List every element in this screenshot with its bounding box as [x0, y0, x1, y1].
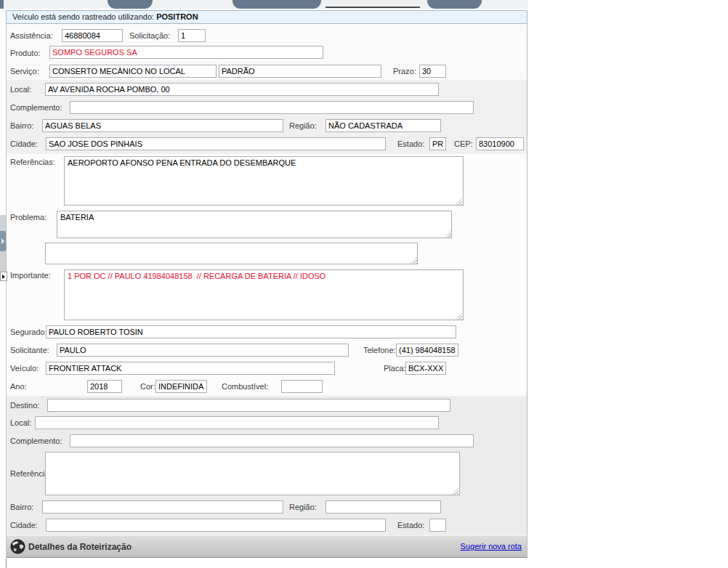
local-label: Local: [10, 85, 31, 94]
solicitacao-field[interactable] [178, 29, 206, 42]
servico-tipo-field[interactable] [219, 65, 381, 78]
problema-extra-textarea[interactable] [45, 243, 418, 264]
destino-regiao-field[interactable] [325, 500, 441, 514]
produto-field[interactable] [49, 46, 323, 59]
destino-bairro-field[interactable] [42, 500, 283, 514]
telefone-field[interactable] [396, 344, 458, 357]
placa-field[interactable] [405, 362, 446, 375]
expand-arrow-button[interactable] [0, 272, 7, 281]
placa-label: Placa: [384, 364, 406, 373]
arrow-right-icon [2, 275, 5, 279]
destino-complemento-field[interactable] [70, 434, 474, 447]
routing-details-title: Detalhes da Roteirização [28, 542, 132, 552]
prazo-label: Prazo: [393, 67, 416, 76]
cep-label: CEP: [454, 139, 473, 148]
top-toolbar [0, 0, 528, 9]
destino-referencia-textarea[interactable] [45, 452, 460, 495]
segurado-label: Segurado: [10, 328, 47, 336]
referencias-label: Referências: [10, 158, 55, 166]
ano-field[interactable] [87, 380, 122, 393]
problema-label: Problema: [10, 213, 46, 222]
complemento-field[interactable] [70, 101, 474, 114]
toolbar-button-3[interactable] [427, 0, 482, 9]
bairro-field[interactable] [42, 119, 283, 132]
importante-label: Importante: [10, 271, 51, 280]
tracking-banner-text: Veículo está sendo rastreado utilizando: [12, 12, 154, 21]
destino-regiao-label: Região: [289, 503, 317, 511]
importante-textarea[interactable]: 1 POR OC // PAULO 41984048158 // RECARGA… [64, 269, 464, 320]
cidade-field[interactable] [46, 137, 386, 150]
telefone-label: Telefone: [363, 346, 396, 354]
produto-label: Produto: [10, 49, 41, 57]
destino-complemento-label: Complemento: [10, 437, 62, 445]
cor-label: Cor: [140, 382, 155, 391]
combustivel-field[interactable] [281, 380, 323, 393]
complemento-label: Complemento: [10, 103, 62, 112]
tracking-banner: Veículo está sendo rastreado utilizando:… [6, 10, 527, 24]
bairro-label: Bairro: [10, 121, 33, 130]
cor-field[interactable] [155, 380, 207, 393]
solicitante-field[interactable] [57, 344, 349, 357]
destino-local-label: Local: [10, 418, 31, 427]
destino-cidade-field[interactable] [46, 519, 386, 532]
panel-collapse-tab[interactable] [0, 231, 6, 251]
ano-label: Ano: [10, 382, 27, 391]
solicitante-label: Solicitante: [10, 346, 49, 354]
toolbar-button-1[interactable] [108, 0, 153, 9]
regiao-field[interactable] [325, 119, 441, 132]
servico-label: Serviço: [10, 67, 39, 76]
destino-field[interactable] [47, 399, 450, 412]
veiculo-field[interactable] [46, 362, 335, 375]
toolbar-input-underline[interactable] [325, 7, 420, 8]
cidade-label: Cidade: [10, 139, 38, 148]
estado-field[interactable] [429, 137, 446, 150]
destino-cidade-label: Cidade: [10, 521, 38, 530]
assistencia-field[interactable] [62, 29, 123, 42]
routing-details-bar: Detalhes da Roteirização Sugerir nova ro… [6, 535, 527, 558]
servico-field[interactable] [49, 65, 217, 78]
prazo-field[interactable] [419, 65, 446, 78]
destino-label: Destino: [10, 401, 39, 410]
regiao-label: Região: [289, 121, 317, 130]
chevron-right-icon [1, 238, 4, 244]
local-field[interactable] [45, 83, 439, 96]
tracker-name: POSITRON [156, 12, 198, 21]
veiculo-label: Veículo: [10, 364, 39, 373]
destino-estado-field[interactable] [429, 519, 446, 532]
assistencia-label: Assistência: [10, 31, 53, 40]
problema-textarea[interactable]: BATERIA [57, 211, 452, 238]
suggest-new-route-link[interactable]: Sugerir nova rota [461, 542, 522, 551]
solicitacao-label: Solicitação: [129, 31, 170, 40]
globe-icon [10, 539, 25, 554]
destino-estado-label: Estado: [397, 521, 424, 530]
estado-label: Estado: [397, 139, 424, 148]
combustivel-label: Combustível: [222, 382, 268, 391]
segurado-field[interactable] [46, 325, 456, 338]
referencias-textarea[interactable]: AEROPORTO AFONSO PENA ENTRADA DO DESEMBA… [64, 156, 464, 206]
toolbar-button-2[interactable] [232, 0, 321, 9]
cep-field[interactable] [476, 137, 524, 150]
toolbar-edge-element [0, 0, 4, 9]
destino-local-field[interactable] [35, 416, 439, 429]
next-panel-edge [6, 559, 527, 568]
destino-bairro-label: Bairro: [10, 503, 33, 511]
